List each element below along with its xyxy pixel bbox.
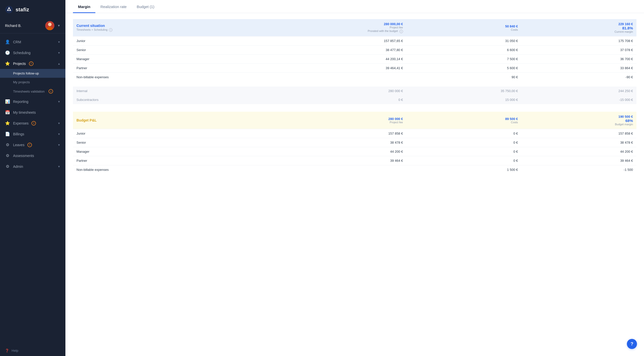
sidebar-item-billings[interactable]: 📄 Billings ▼ [0, 129, 65, 139]
project-fee-label: Project fee [295, 26, 403, 29]
sidebar-item-label: My timesheets [13, 110, 36, 114]
row-label-partner: Partner [73, 64, 292, 73]
chevron-down-icon: ▼ [58, 51, 60, 54]
current-situation-header-row: Current situation Timesheets + Schedulin… [73, 19, 636, 36]
row-costs-senior: 6 600 € [407, 46, 521, 55]
current-situation-title-cell: Current situation Timesheets + Schedulin… [73, 19, 292, 36]
table-row: Partner 39 464,41 € 5 600 € 33 864 € [73, 64, 636, 73]
budget-row-fee-manager: 44 200 € [292, 147, 407, 156]
avatar [45, 21, 54, 30]
sidebar-item-admin[interactable]: ⚙ Admin ▼ [0, 161, 65, 172]
sidebar-item-reporting[interactable]: 📊 Reporting ▼ [0, 96, 65, 107]
table-row: Senior 38 478 € 0 € 38 478 € [73, 138, 636, 147]
user-name: Richard B. [5, 24, 42, 28]
budget-pl-margin-cell: 190 500 € 68% Budget margin [521, 112, 636, 129]
logo: stafiz [0, 0, 65, 18]
table-row: Partner 39 464 € 0 € 39 464 € [73, 156, 636, 165]
current-situation-margin-pct: 81.8% [525, 26, 633, 30]
tab-content: Current situation Timesheets + Schedulin… [65, 13, 644, 188]
logo-text: stafiz [16, 7, 29, 13]
sidebar-item-crm[interactable]: 👤 CRM ▼ [0, 36, 65, 47]
subtitle-info-icon[interactable]: i [109, 28, 112, 32]
row-label-senior: Senior [73, 46, 292, 55]
row-margin-junior: 175 708 € [521, 36, 636, 46]
budget-pl-fee-value: 280 000 € [295, 117, 403, 121]
budget-row-costs-manager: 0 € [407, 147, 521, 156]
projects-badge: i [29, 61, 33, 66]
expenses-icon: ⭐ [5, 121, 10, 126]
current-situation-costs-value: 50 840 € [410, 24, 518, 28]
projects-icon: ⭐ [5, 61, 10, 66]
row-costs-non-billable: 90 € [407, 73, 521, 82]
table-row: Non-billable expenses 1 500 € -1 500 [73, 165, 636, 174]
sidebar-sub-label: My projects [13, 80, 30, 84]
row-label-junior: Junior [73, 36, 292, 46]
admin-icon: ⚙ [5, 164, 10, 169]
budget-row-label-partner: Partner [73, 156, 292, 165]
user-menu-chevron: ▼ [57, 24, 60, 27]
sidebar-item-timesheets-validation[interactable]: Timesheets validation i [0, 87, 65, 96]
budget-row-margin-manager: 44 200 € [521, 147, 636, 156]
row-margin-senior: 37 078 € [521, 46, 636, 55]
budget-row-margin-non-billable: -1 500 [521, 165, 636, 174]
expenses-badge: i [31, 121, 36, 126]
current-situation-margin-cell: 229 160 € 81.8% Current margin [521, 19, 636, 36]
current-situation-fee-value: 280 000,00 € [295, 22, 403, 26]
table-row: Junior 157 857,65 € 31 050 € 175 708 € [73, 36, 636, 46]
budget-project-fee-label: Project fee [295, 121, 403, 124]
chevron-down-icon: ▼ [58, 133, 60, 136]
sidebar-item-scheduling[interactable]: 🕐 Scheduling ▼ [0, 47, 65, 58]
sidebar-item-expenses[interactable]: ⭐ Expenses i ▼ [0, 118, 65, 129]
sidebar-item-my-projects[interactable]: My projects [0, 78, 65, 87]
sidebar-item-label: Expenses [13, 121, 28, 125]
reporting-icon: 📊 [5, 99, 10, 104]
budget-row-margin-senior: 38 478 € [521, 138, 636, 147]
budget-row-label-non-billable: Non-billable expenses [73, 165, 292, 174]
chevron-down-icon: ▼ [58, 143, 60, 146]
budget-row-label-manager: Manager [73, 147, 292, 156]
main-content: Margin Realization rate Budget (1) Curre… [65, 0, 644, 356]
table-row: Non-billable expenses 90 € -90 € [73, 73, 636, 82]
budget-row-fee-junior: 157 858 € [292, 129, 407, 138]
row-margin-subcontractors: -15 000 € [521, 95, 636, 104]
row-fee-senior: 38 477,80 € [292, 46, 407, 55]
stafiz-logo-icon [5, 6, 13, 14]
help-icon: ❓ [5, 349, 9, 352]
row-margin-internal: 244 250 € [521, 87, 636, 95]
budget-pl-title: Budget P&L [76, 118, 288, 122]
leaves-badge: i [27, 143, 32, 147]
tab-budget[interactable]: Budget (1) [132, 0, 159, 13]
prorated-info-icon[interactable]: i [399, 30, 403, 33]
sidebar-item-leaves[interactable]: ⚙ Leaves i ▼ [0, 139, 65, 150]
sidebar-item-label: Scheduling [13, 51, 30, 55]
budget-row-fee-partner: 39 464 € [292, 156, 407, 165]
sidebar: stafiz Richard B. ▼ 👤 CRM ▼ 🕐 Scheduling… [0, 0, 65, 356]
chevron-down-icon: ▼ [58, 122, 60, 125]
help-link[interactable]: ❓ Help [0, 345, 65, 356]
sidebar-item-projects-followup[interactable]: Projects follow-up [0, 69, 65, 78]
row-label-internal: Internal [73, 87, 292, 95]
tab-margin[interactable]: Margin [73, 0, 95, 13]
sidebar-item-label: Reporting [13, 100, 28, 104]
budget-row-fee-senior: 38 478 € [292, 138, 407, 147]
current-situation-margin-value: 229 160 € [525, 22, 633, 26]
budget-row-margin-junior: 157 858 € [521, 129, 636, 138]
help-float-button[interactable]: ? [627, 339, 637, 349]
budget-row-costs-non-billable: 1 500 € [407, 165, 521, 174]
user-profile[interactable]: Richard B. ▼ [0, 18, 65, 33]
row-costs-partner: 5 600 € [407, 64, 521, 73]
row-costs-junior: 31 050 € [407, 36, 521, 46]
sidebar-item-my-timesheets[interactable]: 📅 My timesheets [0, 107, 65, 118]
row-fee-partner: 39 464,41 € [292, 64, 407, 73]
timesheets-validation-badge: i [49, 89, 53, 94]
main-nav: 👤 CRM ▼ 🕐 Scheduling ▼ ⭐ Projects i ▲ Pr… [0, 35, 65, 345]
budget-margin-label: Budget margin [525, 123, 633, 126]
assessments-icon: ⚙ [5, 153, 10, 158]
sidebar-item-assessments[interactable]: ⚙ Assessments [0, 150, 65, 161]
budget-pl-fee-cell: 280 000 € Project fee [292, 112, 407, 129]
sidebar-item-projects[interactable]: ⭐ Projects i ▲ [0, 58, 65, 69]
current-situation-costs-cell: 50 840 € Costs [407, 19, 521, 36]
tab-realization-rate[interactable]: Realization rate [95, 0, 132, 13]
table-row-subcontractors: Subcontractors 0 € 15 000 € -15 000 € [73, 95, 636, 104]
chevron-down-icon: ▼ [58, 41, 60, 44]
